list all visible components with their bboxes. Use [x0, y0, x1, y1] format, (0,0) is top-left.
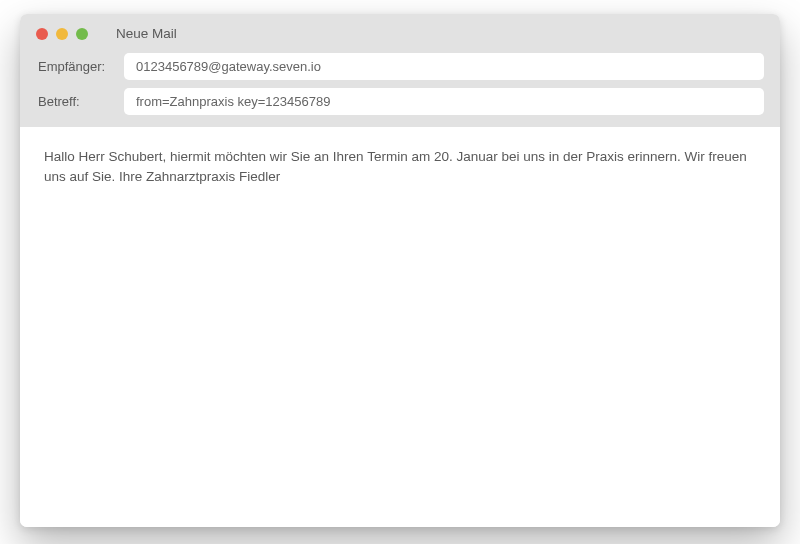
mail-compose-window: Neue Mail Empfänger: Betreff: Hallo Herr…: [20, 14, 780, 527]
recipient-label: Empfänger:: [36, 59, 124, 74]
window-title: Neue Mail: [116, 26, 177, 41]
maximize-icon[interactable]: [76, 28, 88, 40]
subject-input[interactable]: [124, 88, 764, 115]
body-area: Hallo Herr Schubert, hiermit möchten wir…: [20, 127, 780, 527]
body-text[interactable]: Hallo Herr Schubert, hiermit möchten wir…: [44, 147, 756, 507]
recipient-row: Empfänger:: [36, 53, 764, 80]
titlebar: Neue Mail Empfänger: Betreff:: [20, 14, 780, 127]
subject-label: Betreff:: [36, 94, 124, 109]
close-icon[interactable]: [36, 28, 48, 40]
recipient-input[interactable]: [124, 53, 764, 80]
titlebar-top: Neue Mail: [36, 26, 764, 41]
minimize-icon[interactable]: [56, 28, 68, 40]
subject-row: Betreff:: [36, 88, 764, 115]
traffic-lights: [36, 28, 88, 40]
